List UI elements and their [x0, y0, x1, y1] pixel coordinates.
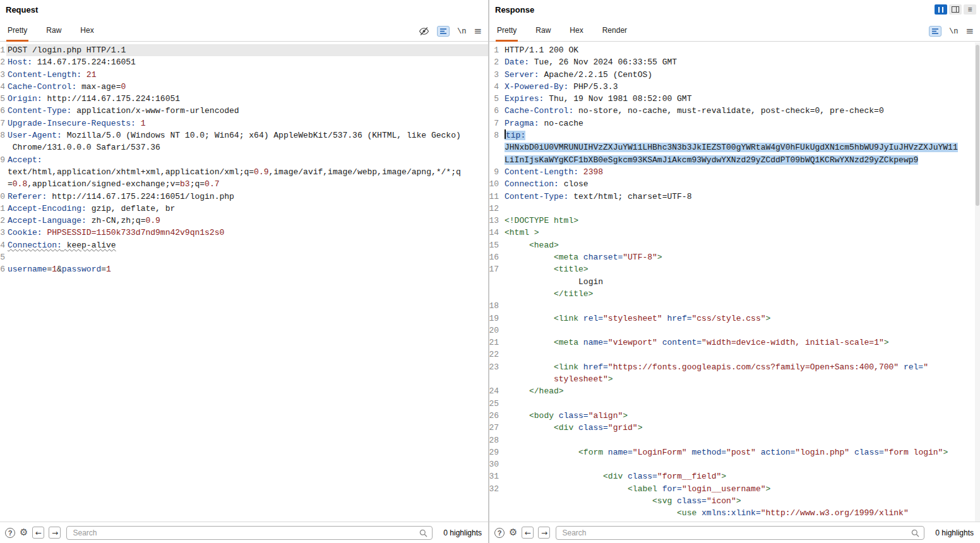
code-line[interactable]: 4X-Powered-By: PHP/5.3.3: [489, 81, 980, 93]
syntax-highlight-icon[interactable]: [929, 26, 941, 37]
line-number: 8: [489, 129, 503, 141]
highlights-count: 0 highlights: [935, 528, 974, 537]
syntax-highlight-icon[interactable]: [437, 26, 450, 37]
code-line[interactable]: 16 <meta charset="UTF-8">: [489, 251, 980, 263]
gear-icon[interactable]: ⚙: [509, 528, 517, 537]
code-segment: >: [608, 374, 613, 384]
code-line[interactable]: 11Content-Type: text/html; charset=UTF-8: [489, 191, 980, 203]
scrollbar-thumb[interactable]: [976, 45, 979, 206]
editor-menu-icon[interactable]: ≡: [965, 27, 974, 36]
response-tab-render[interactable]: Render: [601, 23, 628, 42]
code-line[interactable]: 3Content-Length: 21: [0, 69, 488, 81]
code-line[interactable]: 11Accept-Encoding: gzip, deflate, br: [0, 203, 488, 215]
line-number: 30: [489, 458, 503, 470]
code-line[interactable]: 24 </head>: [489, 385, 980, 397]
code-line[interactable]: 23 <link href="https://fonts.googleapis.…: [489, 361, 980, 386]
request-tab-pretty[interactable]: Pretty: [6, 23, 28, 42]
response-editor[interactable]: 1HTTP/1.1 200 OK2Date: Tue, 26 Nov 2024 …: [489, 42, 980, 522]
line-number: 31: [489, 470, 503, 482]
code-line[interactable]: 22: [489, 349, 980, 361]
code-line[interactable]: 15: [0, 251, 488, 263]
code-line[interactable]: 6Cache-Control: no-store, no-cache, must…: [489, 105, 980, 117]
code-line[interactable]: 8tip: JHNxbD0iU0VMRUNUIHVzZXJuYW11LHBhc3…: [489, 129, 980, 166]
pause-intercept-button[interactable]: [935, 4, 947, 15]
code-line[interactable]: 4Cache-Control: max-age=0: [0, 81, 488, 93]
code-segment: close: [559, 179, 589, 189]
next-match-button[interactable]: →: [538, 527, 550, 539]
code-line[interactable]: 3Server: Apache/2.2.15 (CentOS): [489, 69, 980, 81]
code-line-text: HTTP/1.1 200 OK: [503, 44, 980, 56]
code-line[interactable]: 19 <link rel="stylesheet" href="css/styl…: [489, 313, 980, 325]
code-segment: zh-CN,zh;q=: [87, 216, 146, 225]
code-line[interactable]: 32 <label for="login__username"> <svg cl…: [489, 483, 980, 522]
code-line[interactable]: 13Cookie: PHPSESSID=1i50k733d7nd9mn42v9q…: [0, 227, 488, 239]
request-toolbar-icons: \n ≡: [419, 26, 482, 41]
search-input[interactable]: [66, 526, 433, 540]
response-tab-raw[interactable]: Raw: [534, 23, 552, 42]
code-line[interactable]: 10Connection: close: [489, 178, 980, 190]
code-line[interactable]: 14<html >: [489, 227, 980, 239]
code-line[interactable]: 20: [489, 325, 980, 337]
search-input[interactable]: [556, 526, 924, 540]
code-line[interactable]: 7Pragma: no-cache: [489, 117, 980, 129]
prev-match-button[interactable]: ←: [522, 527, 534, 539]
code-line[interactable]: 16username=1&password=1: [0, 263, 488, 275]
request-code: 1POST /login.php HTTP/1.12Host: 114.67.1…: [0, 44, 488, 276]
code-segment: >: [884, 338, 889, 347]
code-line[interactable]: 26 <body class="align">: [489, 410, 980, 422]
eye-off-icon[interactable]: [419, 27, 429, 36]
search-icon[interactable]: [419, 528, 427, 540]
search-field-wrap: [66, 526, 433, 540]
code-line[interactable]: 13<!DOCTYPE html>: [489, 215, 980, 227]
code-line-text: <meta charset="UTF-8">: [503, 251, 980, 263]
help-icon[interactable]: ?: [494, 528, 505, 538]
code-line[interactable]: 28: [489, 434, 980, 446]
code-line[interactable]: 1POST /login.php HTTP/1.1: [0, 44, 488, 56]
code-line[interactable]: 29 <form name="LoginForm" method="post" …: [489, 446, 980, 458]
code-line[interactable]: 30: [489, 458, 980, 470]
code-segment: 0.7: [205, 179, 219, 189]
layout-button[interactable]: [949, 4, 962, 15]
code-line[interactable]: 27 <div class="grid">: [489, 422, 980, 434]
panel-menu-button[interactable]: ≡: [964, 4, 976, 15]
code-line[interactable]: 18: [489, 300, 980, 312]
code-line[interactable]: 2Host: 114.67.175.224:16051: [0, 56, 488, 68]
code-line[interactable]: 10Referer: http://114.67.175.224:16051/l…: [0, 191, 488, 203]
next-match-button[interactable]: →: [49, 527, 61, 539]
search-icon[interactable]: [911, 528, 919, 540]
newline-toggle-icon[interactable]: \n: [457, 27, 466, 36]
code-segment: Origin:: [8, 94, 42, 104]
code-line[interactable]: 1HTTP/1.1 200 OK: [489, 44, 980, 56]
response-tab-hex[interactable]: Hex: [568, 23, 584, 42]
prev-match-button[interactable]: ←: [32, 527, 44, 539]
gear-icon[interactable]: ⚙: [20, 528, 28, 537]
editor-menu-icon[interactable]: ≡: [474, 27, 482, 36]
code-segment: text/html,application/xhtml+xml,applicat…: [8, 167, 254, 177]
newline-toggle-icon[interactable]: \n: [949, 27, 958, 36]
response-tab-pretty[interactable]: Pretty: [496, 23, 518, 42]
code-line[interactable]: 7Upgrade-Insecure-Requests: 1: [0, 117, 488, 129]
code-line-text: Accept-Language: zh-CN,zh;q=0.9: [6, 215, 488, 227]
code-line[interactable]: 31 <div class="form__field">: [489, 470, 980, 482]
code-line[interactable]: 12Accept-Language: zh-CN,zh;q=0.9: [0, 215, 488, 227]
request-tab-raw[interactable]: Raw: [45, 23, 63, 42]
code-line[interactable]: 9Accept: text/html,application/xhtml+xml…: [0, 154, 488, 191]
request-tab-hex[interactable]: Hex: [79, 23, 95, 42]
code-line[interactable]: 25: [489, 398, 980, 410]
code-line[interactable]: 9Content-Length: 2398: [489, 166, 980, 178]
code-line[interactable]: 8User-Agent: Mozilla/5.0 (Windows NT 10.…: [0, 129, 488, 154]
code-line[interactable]: 6Content-Type: application/x-www-form-ur…: [0, 105, 488, 117]
code-line[interactable]: 17 <title> Login </title>: [489, 263, 980, 300]
code-line[interactable]: 21 <meta name="viewport" content="width=…: [489, 337, 980, 349]
code-line[interactable]: 14Connection: keep-alive: [0, 239, 488, 251]
code-line[interactable]: 5Origin: http://114.67.175.224:16051: [0, 93, 488, 105]
code-line[interactable]: 2Date: Tue, 26 Nov 2024 06:33:55 GMT: [489, 56, 980, 68]
code-segment: [899, 362, 904, 372]
scrollbar[interactable]: [975, 42, 980, 522]
code-line[interactable]: 12: [489, 203, 980, 215]
code-segment: keep-alive: [62, 241, 116, 250]
code-line[interactable]: 5Expires: Thu, 19 Nov 1981 08:52:00 GMT: [489, 93, 980, 105]
help-icon[interactable]: ?: [5, 528, 15, 538]
request-editor[interactable]: 1POST /login.php HTTP/1.12Host: 114.67.1…: [0, 42, 488, 522]
code-line[interactable]: 15 <head>: [489, 239, 980, 251]
